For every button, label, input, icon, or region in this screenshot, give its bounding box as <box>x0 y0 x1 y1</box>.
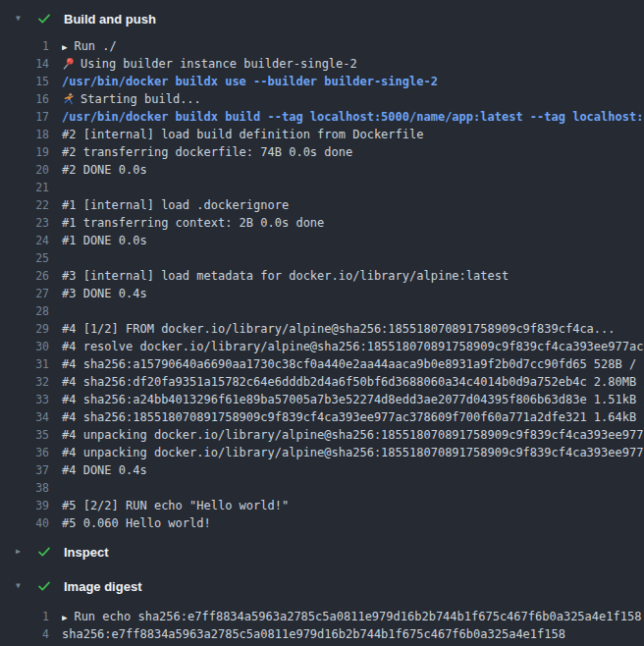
line-number[interactable]: 30 <box>0 338 62 355</box>
line-content <box>62 249 644 267</box>
section-lines: 1 ▶Run ./ 14 Using builder instance buil… <box>0 37 644 532</box>
line-content: #4 sha256:a15790640a6690aa1730c38cf0a440… <box>62 355 644 373</box>
line-content: #3 DONE 0.4s <box>62 285 644 302</box>
line-number[interactable]: 25 <box>0 249 62 267</box>
line-content: #4 [1/2] FROM docker.io/library/alpine@s… <box>62 320 644 338</box>
line-content <box>62 302 644 320</box>
line-number[interactable]: 4 <box>0 625 62 643</box>
line-text: #1 transferring context: 2B 0.0s done <box>62 216 324 230</box>
line-number[interactable]: 40 <box>0 514 62 532</box>
log-line[interactable]: 30 #4 resolve docker.io/library/alpine@s… <box>0 338 644 355</box>
log-line[interactable]: 19 #2 transferring dockerfile: 74B 0.0s … <box>0 143 644 161</box>
line-number[interactable]: 38 <box>0 479 62 497</box>
line-content: #4 resolve docker.io/library/alpine@sha2… <box>62 338 644 355</box>
log-line[interactable]: 14 Using builder instance builder-single… <box>0 55 644 73</box>
line-content: #2 DONE 0.0s <box>62 161 644 179</box>
section-title: Image digest <box>64 579 141 594</box>
line-content <box>62 479 644 497</box>
line-number[interactable]: 19 <box>0 143 62 161</box>
line-content: ▶Run echo sha256:e7ff8834a5963a2785c5a08… <box>62 608 644 625</box>
line-number[interactable]: 20 <box>0 161 62 179</box>
line-content: #4 sha256:185518070891758909c9f839cf4ca3… <box>62 408 644 426</box>
log-line[interactable]: 1 ▶Run ./ <box>0 37 644 55</box>
line-number[interactable]: 35 <box>0 426 62 444</box>
line-number[interactable]: 39 <box>0 497 62 514</box>
line-number[interactable]: 15 <box>0 73 62 90</box>
log-line[interactable]: 25 <box>0 249 644 267</box>
line-number[interactable]: 36 <box>0 444 62 461</box>
line-content: Using builder instance builder-single-2 <box>62 55 644 73</box>
log-line[interactable]: 20 #2 DONE 0.0s <box>0 161 644 179</box>
log-line[interactable]: 38 <box>0 479 644 497</box>
line-number[interactable]: 26 <box>0 267 62 285</box>
log-line[interactable]: 26 #3 [internal] load metadata for docke… <box>0 267 644 285</box>
line-content: Starting build... <box>62 90 644 108</box>
expand-arrow-icon[interactable]: ▶ <box>62 42 67 52</box>
line-text: Run echo sha256:e7ff8834a5963a2785c5a081… <box>74 610 641 623</box>
log-line[interactable]: 22 #1 [internal] load .dockerignore <box>0 196 644 214</box>
log-line[interactable]: 18 #2 [internal] load build definition f… <box>0 126 644 143</box>
line-number[interactable]: 29 <box>0 320 62 338</box>
line-number[interactable]: 37 <box>0 461 62 479</box>
line-content: #5 0.060 Hello world! <box>62 514 644 532</box>
check-icon <box>37 545 51 559</box>
log-line[interactable]: 39 #5 [2/2] RUN echo "Hello world!" <box>0 497 644 514</box>
line-content: #3 [internal] load metadata for docker.i… <box>62 267 644 285</box>
check-icon <box>37 579 51 593</box>
line-number[interactable]: 23 <box>0 214 62 232</box>
line-number[interactable]: 34 <box>0 408 62 426</box>
line-content <box>62 179 644 196</box>
line-number[interactable]: 33 <box>0 391 62 408</box>
line-text: #2 [internal] load build definition from… <box>62 128 423 141</box>
line-number[interactable]: 27 <box>0 285 62 302</box>
section-header[interactable]: ▶ Inspect <box>0 542 644 562</box>
runner-icon <box>62 92 75 105</box>
log-line[interactable]: 34 #4 sha256:185518070891758909c9f839cf4… <box>0 408 644 426</box>
line-number[interactable]: 1 <box>0 37 62 55</box>
line-number[interactable]: 16 <box>0 90 62 108</box>
line-number[interactable]: 1 <box>0 608 62 625</box>
chevron-down-icon[interactable]: ▼ <box>16 9 29 28</box>
line-number[interactable]: 21 <box>0 179 62 196</box>
line-number[interactable]: 31 <box>0 355 62 373</box>
section-build-and-push: ▼ Build and push 1 ▶Run ./ 14 Using buil… <box>0 0 644 532</box>
log-line[interactable]: 35 #4 unpacking docker.io/library/alpine… <box>0 426 644 444</box>
line-number[interactable]: 22 <box>0 196 62 214</box>
line-text: #4 sha256:185518070891758909c9f839cf4ca3… <box>62 410 644 424</box>
line-number[interactable]: 14 <box>0 55 62 73</box>
log-line[interactable]: 28 <box>0 302 644 320</box>
log-line[interactable]: 29 #4 [1/2] FROM docker.io/library/alpin… <box>0 320 644 338</box>
log-line[interactable]: 15 /usr/bin/docker buildx use --builder … <box>0 73 644 90</box>
section-lines: 1 ▶Run echo sha256:e7ff8834a5963a2785c5a… <box>0 608 644 643</box>
workflow-log: ▼ Build and push 1 ▶Run ./ 14 Using buil… <box>0 0 644 643</box>
log-line[interactable]: 21 <box>0 179 644 196</box>
line-number[interactable]: 28 <box>0 302 62 320</box>
log-line[interactable]: 1 ▶Run echo sha256:e7ff8834a5963a2785c5a… <box>0 608 644 625</box>
line-number[interactable]: 32 <box>0 373 62 391</box>
log-line[interactable]: 17 /usr/bin/docker buildx build --tag lo… <box>0 108 644 126</box>
line-text: #5 [2/2] RUN echo "Hello world!" <box>62 499 289 512</box>
line-content: #1 [internal] load .dockerignore <box>62 196 644 214</box>
line-number[interactable]: 17 <box>0 108 62 126</box>
line-number[interactable]: 18 <box>0 126 62 143</box>
log-line[interactable]: 32 #4 sha256:df20fa9351a15782c64e6dddb2d… <box>0 373 644 391</box>
log-line[interactable]: 16 Starting build... <box>0 90 644 108</box>
expand-arrow-icon[interactable]: ▶ <box>62 613 67 622</box>
pushpin-icon <box>62 57 75 70</box>
log-line[interactable]: 31 #4 sha256:a15790640a6690aa1730c38cf0a… <box>0 355 644 373</box>
log-line[interactable]: 23 #1 transferring context: 2B 0.0s done <box>0 214 644 232</box>
chevron-right-icon[interactable]: ▶ <box>16 542 29 562</box>
section-header[interactable]: ▼ Image digest <box>0 576 644 596</box>
log-line[interactable]: 33 #4 sha256:a24bb4013296f61e89ba57005a7… <box>0 391 644 408</box>
line-text: #3 DONE 0.4s <box>62 287 147 300</box>
log-line[interactable]: 37 #4 DONE 0.4s <box>0 461 644 479</box>
log-line[interactable]: 24 #1 DONE 0.0s <box>0 232 644 249</box>
line-text: #2 transferring dockerfile: 74B 0.0s don… <box>62 145 352 159</box>
section-header[interactable]: ▼ Build and push <box>0 9 644 28</box>
chevron-down-icon[interactable]: ▼ <box>16 576 29 596</box>
log-line[interactable]: 27 #3 DONE 0.4s <box>0 285 644 302</box>
log-line[interactable]: 4 sha256:e7ff8834a5963a2785c5a0811e979d1… <box>0 625 644 643</box>
log-line[interactable]: 40 #5 0.060 Hello world! <box>0 514 644 532</box>
log-line[interactable]: 36 #4 unpacking docker.io/library/alpine… <box>0 444 644 461</box>
line-number[interactable]: 24 <box>0 232 62 249</box>
